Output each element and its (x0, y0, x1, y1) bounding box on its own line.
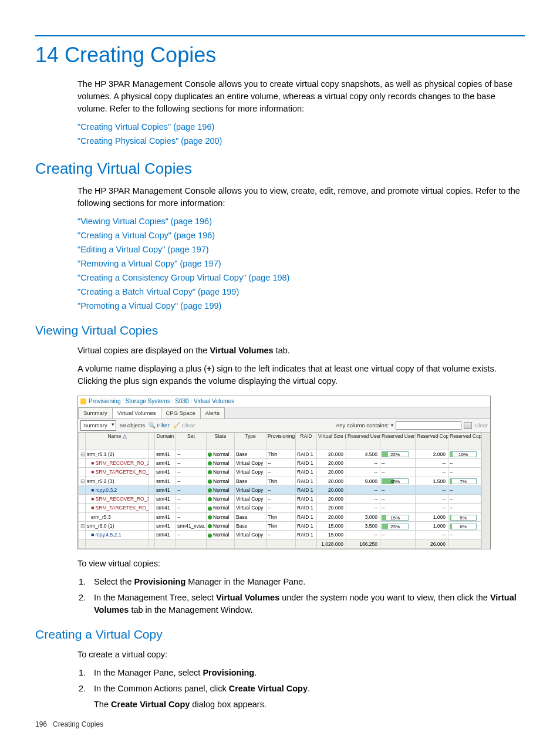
virtual-volumes-screenshot: Provisioning : Storage Systems : S030 : … (77, 396, 491, 549)
table-row[interactable]: ■ SRM_RECOVER_RO_2srm41--NormalVirtual C… (79, 458, 482, 467)
column-header[interactable]: Reserved Copy Size (% Virtual) (448, 433, 481, 450)
table-row[interactable]: ⊟srm_r6.0 (1)srm41srm41_vvse...NormalBas… (79, 522, 482, 531)
object-count: 59 objects (120, 421, 145, 430)
table-row[interactable]: ■ rcpy.4.5.2.1srm41--NormalVirtual Copy-… (79, 531, 482, 539)
sec2-p3: To view virtual copies: (77, 558, 525, 570)
chapter-title: 14 Creating Copies (35, 42, 525, 67)
doc-link[interactable]: "Removing a Virtual Copy" (page 197) (77, 258, 525, 270)
column-header[interactable]: RAID (296, 433, 317, 450)
tab-summary[interactable]: Summary (78, 407, 113, 418)
column-header[interactable]: Domain (155, 433, 176, 450)
sec3-p1: To create a virtual copy: (77, 649, 525, 661)
sec1-links: "Viewing Virtual Copies" (page 196)"Crea… (77, 215, 525, 312)
doc-link[interactable]: "Promoting a Virtual Copy" (page 199) (77, 300, 525, 312)
clear-link-left[interactable]: 🧹 Clear (173, 421, 195, 430)
volumes-table[interactable]: Name △DomainSetStateTypeProvisioningRAID… (78, 433, 481, 549)
list-item: In the Management Tree, select Virtual V… (88, 592, 525, 616)
page-footer: 196 Creating Copies (35, 720, 103, 730)
column-header[interactable]: Reserved User Size (% Virtual) (380, 433, 416, 450)
doc-link[interactable]: "Viewing Virtual Copies" (page 196) (77, 215, 525, 228)
table-row[interactable]: srm_r5.3srm41--NormalBaseThinRAID 120.00… (79, 512, 482, 521)
list-item: Select the Provisioning Manager in the M… (88, 576, 525, 588)
column-header[interactable]: Provisioning (266, 433, 296, 450)
table-row[interactable]: ■ SRM_TARGETEK_RO_3srm41--NormalVirtual … (79, 504, 482, 512)
column-header[interactable] (149, 433, 155, 450)
provisioning-icon (80, 399, 86, 404)
doc-link[interactable]: "Creating a Virtual Copy" (page 196) (77, 229, 525, 242)
doc-link[interactable]: "Creating Virtual Copies" (page 196) (77, 121, 525, 133)
doc-link[interactable]: "Creating Physical Copies" (page 200) (77, 135, 525, 147)
column-header[interactable]: Set (176, 433, 207, 450)
print-icon[interactable] (464, 422, 472, 429)
column-header[interactable]: Name △ (86, 433, 149, 450)
scrollbar[interactable] (481, 433, 490, 549)
sec1-paragraph: The HP 3PAR Management Console allows yo… (77, 185, 525, 210)
breadcrumb: Provisioning : Storage Systems : S030 : … (78, 396, 490, 408)
any-column-label: Any column contains: (336, 421, 389, 430)
section-creating-virtual-copies: Creating Virtual Copies (35, 158, 525, 180)
list-item: In the Manager Pane, select Provisioning… (88, 667, 525, 679)
column-header[interactable]: Reserved User Size (GiB) (346, 433, 380, 450)
view-dropdown[interactable]: Summary (80, 420, 116, 431)
doc-link[interactable]: "Creating a Consistency Group Virtual Co… (77, 272, 525, 284)
tab-virtual-volumes[interactable]: Virtual Volumes (112, 407, 161, 418)
filter-input[interactable] (396, 421, 461, 430)
viewing-steps: Select the Provisioning Manager in the M… (77, 576, 525, 616)
table-row[interactable]: ⊟srm_r5.2 (3)srm41--NormalBaseThinRAID 1… (79, 477, 482, 485)
section-creating-a-virtual-copy: Creating a Virtual Copy (35, 626, 525, 643)
table-row[interactable]: ■ rcpy.0.3.2srm41--NormalVirtual Copy--R… (79, 485, 482, 494)
creating-steps: In the Manager Pane, select Provisioning… (77, 667, 525, 711)
column-header[interactable]: Type (235, 433, 266, 450)
clear-link-right[interactable]: Clear (474, 421, 488, 430)
filter-link[interactable]: 🔍 Filter (149, 421, 170, 430)
tab-cpg-space[interactable]: CPG Space (161, 407, 201, 418)
intro-links: "Creating Virtual Copies" (page 196)"Cre… (77, 121, 525, 147)
column-header[interactable]: Virtual Size (GiB) (317, 433, 346, 450)
column-header[interactable]: Reserved Copy Size (GiB) (416, 433, 448, 450)
sec2-p2: A volume name displaying a plus (+) sign… (77, 363, 525, 387)
table-row[interactable]: ■ SRM_RECOVER_RO_3srm41--NormalVirtual C… (79, 495, 482, 504)
column-header[interactable] (79, 433, 86, 450)
doc-link[interactable]: "Creating a Batch Virtual Copy" (page 19… (77, 286, 525, 298)
tab-alerts[interactable]: Alerts (200, 407, 225, 418)
doc-link[interactable]: "Editing a Virtual Copy" (page 197) (77, 244, 525, 256)
list-item: In the Common Actions panel, click Creat… (88, 683, 525, 711)
table-row[interactable]: ■ SRM_TARGETEK_RO_2srm41--NormalVirtual … (79, 468, 482, 477)
section-viewing-virtual-copies: Viewing Virtual Copies (35, 322, 525, 339)
column-header[interactable]: State (207, 433, 235, 450)
sec2-p1: Virtual copies are displayed on the Virt… (77, 345, 525, 357)
intro-paragraph: The HP 3PAR Management Console allows yo… (77, 78, 525, 115)
table-row[interactable]: ⊟srm_r5.1 (2)srm41--NormalBaseThinRAID 1… (79, 450, 482, 458)
